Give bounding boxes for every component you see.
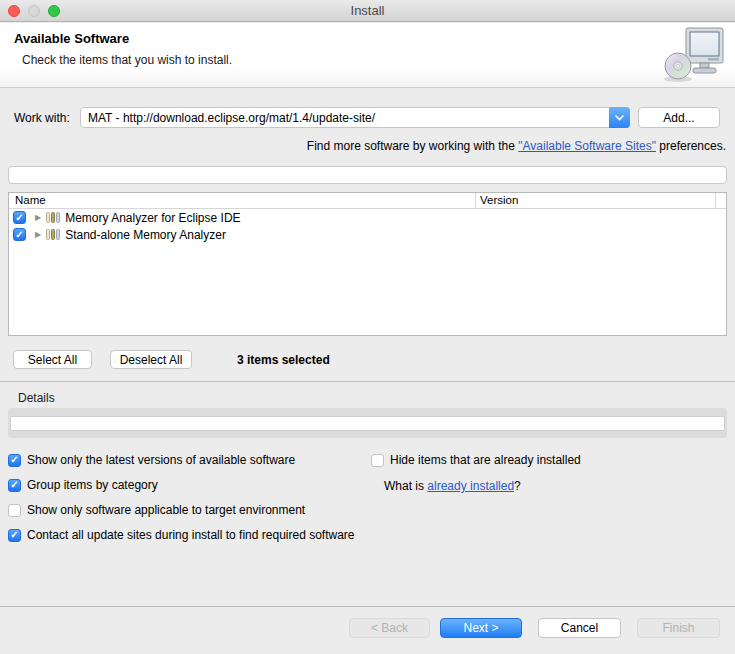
available-software-sites-link[interactable]: "Available Software Sites" (518, 139, 656, 153)
install-dialog: Install Available Software Check the ite… (0, 0, 735, 654)
installed-question: What is already installed? (384, 479, 521, 493)
option-latest-versions[interactable]: Show only the latest versions of availab… (8, 453, 295, 467)
option-label: Group items by category (27, 478, 158, 492)
titlebar[interactable]: Install (0, 0, 735, 22)
work-with-combo[interactable]: MAT - http://download.eclipse.org/mat/1.… (80, 107, 630, 128)
dialog-header: Available Software Check the items that … (0, 23, 735, 88)
category-icon (46, 212, 60, 223)
option-label: Hide items that are already installed (390, 453, 581, 467)
cancel-button[interactable]: Cancel (538, 618, 621, 638)
row-checkbox[interactable] (13, 228, 26, 241)
sites-hint-suffix: preferences. (656, 139, 726, 153)
row-label: Memory Analyzer for Eclipse IDE (65, 211, 240, 225)
details-field[interactable] (10, 416, 725, 431)
option-label: Show only software applicable to target … (27, 503, 305, 517)
page-title: Available Software (14, 31, 129, 46)
back-button: < Back (349, 618, 430, 638)
column-header-name[interactable]: Name (15, 194, 46, 206)
checkbox[interactable] (8, 504, 21, 517)
install-wizard-icon (663, 26, 725, 86)
checkbox[interactable] (8, 454, 21, 467)
category-icon (46, 229, 60, 240)
option-applicable-environment[interactable]: Show only software applicable to target … (8, 503, 305, 517)
window-title: Install (0, 0, 735, 22)
table-row[interactable]: ▶ Stand-alone Memory Analyzer (9, 226, 726, 243)
expand-arrow-icon[interactable]: ▶ (35, 213, 41, 222)
sites-hint: Find more software by working with the "… (307, 139, 726, 153)
select-all-button[interactable]: Select All (13, 350, 92, 369)
details-label: Details (18, 391, 55, 405)
deselect-all-button[interactable]: Deselect All (110, 350, 192, 369)
option-hide-installed[interactable]: Hide items that are already installed (371, 453, 581, 467)
finish-button: Finish (637, 618, 720, 638)
work-with-value: MAT - http://download.eclipse.org/mat/1.… (81, 111, 609, 125)
option-label: Show only the latest versions of availab… (27, 453, 295, 467)
separator (0, 381, 735, 382)
software-table: Name Version ▶ Memory Analyzer for Eclip… (8, 192, 727, 336)
option-group-by-category[interactable]: Group items by category (8, 478, 158, 492)
selection-status: 3 items selected (237, 353, 330, 367)
chevron-down-icon[interactable] (609, 107, 630, 128)
option-contact-update-sites[interactable]: Contact all update sites during install … (8, 528, 355, 542)
column-header-version[interactable]: Version (480, 194, 518, 206)
separator (0, 606, 735, 607)
work-with-label: Work with: (14, 111, 70, 125)
already-installed-link[interactable]: already installed (427, 479, 514, 493)
filter-input[interactable] (8, 166, 727, 184)
add-button[interactable]: Add... (638, 107, 720, 128)
checkbox[interactable] (8, 479, 21, 492)
table-header: Name Version (9, 193, 726, 209)
sites-hint-prefix: Find more software by working with the (307, 139, 518, 153)
table-row[interactable]: ▶ Memory Analyzer for Eclipse IDE (9, 209, 726, 226)
page-subtitle: Check the items that you wish to install… (22, 53, 232, 67)
checkbox[interactable] (371, 454, 384, 467)
question-prefix: What is (384, 479, 427, 493)
column-divider[interactable] (475, 193, 476, 209)
next-button[interactable]: Next > (440, 618, 522, 638)
checkbox[interactable] (8, 529, 21, 542)
expand-arrow-icon[interactable]: ▶ (35, 230, 41, 239)
option-label: Contact all update sites during install … (27, 528, 355, 542)
details-panel (8, 408, 727, 438)
row-label: Stand-alone Memory Analyzer (65, 228, 226, 242)
column-divider[interactable] (715, 193, 716, 209)
row-checkbox[interactable] (13, 211, 26, 224)
question-suffix: ? (514, 479, 521, 493)
